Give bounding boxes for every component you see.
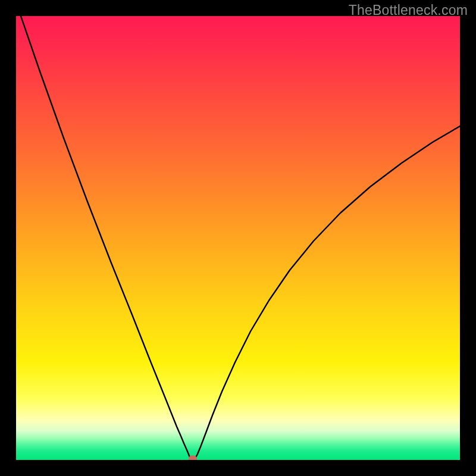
dip-marker bbox=[189, 456, 197, 461]
watermark-text: TheBottleneck.com bbox=[349, 2, 468, 18]
chart-frame: TheBottleneck.com bbox=[0, 0, 476, 476]
curve-path bbox=[21, 16, 460, 460]
plot-area bbox=[16, 16, 460, 460]
bottleneck-curve bbox=[16, 16, 460, 460]
